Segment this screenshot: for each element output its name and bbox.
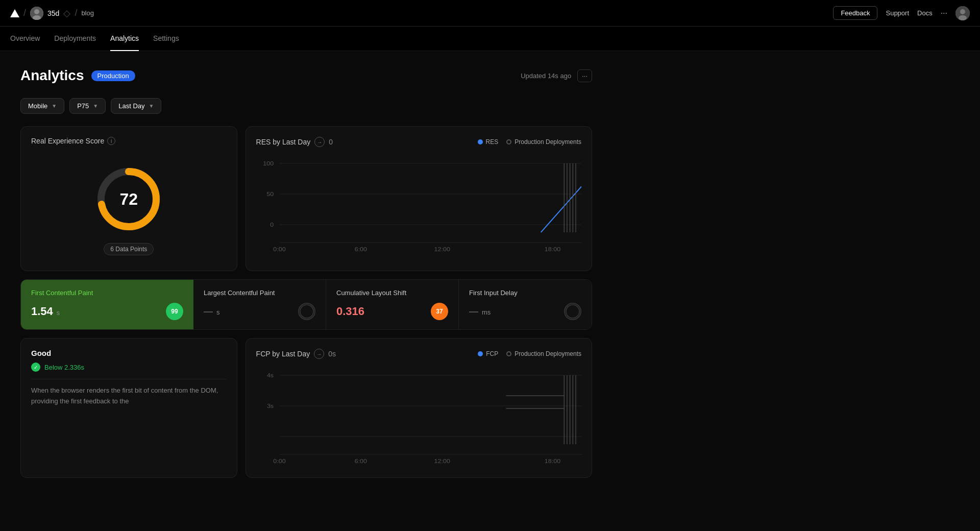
divider: [31, 379, 227, 379]
project-avatar: [30, 7, 43, 20]
svg-point-1: [34, 9, 39, 14]
good-threshold: Below 2.336s: [44, 364, 84, 371]
project-name[interactable]: 35d: [47, 9, 59, 17]
feedback-button[interactable]: Feedback: [833, 6, 877, 20]
fid-value-row: — ms: [469, 303, 581, 320]
fcp-chart-title-row: FCP by Last Day → 0s: [256, 349, 336, 359]
res-score-card: Real Experience Score i 72 6 Data Points: [20, 126, 237, 271]
fcp-name: First Contentful Paint: [31, 289, 183, 297]
svg-text:12:00: 12:00: [434, 246, 450, 252]
separator-1: /: [23, 8, 26, 18]
svg-text:0:00: 0:00: [273, 246, 286, 252]
res-chart-header: RES by Last Day → 0 RES Production Deplo…: [256, 137, 581, 147]
page-title: Analytics: [20, 67, 84, 84]
fid-name: First Input Delay: [469, 289, 581, 297]
svg-text:18:00: 18:00: [544, 458, 560, 464]
cls-value: 0.316: [336, 305, 364, 318]
project-branch[interactable]: blog: [81, 9, 94, 17]
metric-cls[interactable]: Cumulative Layout Shift 0.316 37: [326, 280, 459, 329]
more-button[interactable]: ···: [941, 9, 947, 18]
donut-chart: 72: [93, 163, 164, 235]
metric-lcp[interactable]: Largest Contentful Paint — s: [193, 280, 326, 329]
chevron-down-icon: ▼: [93, 103, 98, 109]
fcp-chart-card: FCP by Last Day → 0s FCP Production Depl…: [246, 338, 592, 478]
support-link[interactable]: Support: [886, 9, 909, 17]
legend-prod-deployments: Production Deployments: [506, 138, 581, 146]
fcp-chart-legend: FCP Production Deployments: [478, 350, 581, 357]
fcp-value-row: 1.54 s 99: [31, 303, 183, 320]
topbar-right: Feedback Support Docs ···: [833, 6, 970, 20]
svg-point-25: [300, 305, 313, 318]
res-chart-value: 0: [329, 138, 333, 146]
res-score-value: 72: [120, 190, 138, 209]
options-button[interactable]: ···: [577, 69, 592, 82]
bottom-section: Good ✓ Below 2.336s When the browser ren…: [20, 338, 592, 478]
subnav: Overview Deployments Analytics Settings: [0, 27, 980, 51]
separator-3: /: [75, 8, 77, 18]
svg-text:6:00: 6:00: [354, 246, 367, 252]
page-header: Analytics Production Updated 14s ago ···: [20, 67, 592, 84]
fcp-value: 1.54 s: [31, 305, 60, 318]
docs-link[interactable]: Docs: [917, 9, 933, 17]
metric-filter[interactable]: P75 ▼: [69, 98, 106, 114]
fcp-navigate-icon[interactable]: →: [314, 349, 324, 359]
deployments-legend-dot: [506, 139, 511, 144]
svg-point-4: [960, 9, 965, 14]
cls-value-row: 0.316 37: [336, 303, 448, 320]
separator-2: ◇: [63, 8, 70, 19]
res-chart-svg-container: 100 50 0 0:00 6:00 12:00 18:00: [256, 153, 581, 255]
nav-analytics[interactable]: Analytics: [110, 27, 139, 51]
lcp-name: Largest Contentful Paint: [204, 289, 315, 297]
fcp-legend-dot: [478, 351, 483, 356]
metric-fid[interactable]: First Input Delay — ms: [459, 280, 592, 329]
metric-fcp[interactable]: First Contentful Paint 1.54 s 99: [21, 280, 193, 329]
lcp-value-row: — s: [204, 303, 315, 320]
good-description: When the browser renders the first bit o…: [31, 385, 227, 407]
legend-res: RES: [478, 138, 499, 146]
svg-text:0: 0: [270, 222, 274, 228]
page-title-row: Analytics Production: [20, 67, 135, 84]
svg-text:0:00: 0:00: [273, 458, 286, 464]
svg-text:6:00: 6:00: [354, 458, 367, 464]
good-check-row: ✓ Below 2.336s: [31, 363, 227, 372]
res-card-title: Real Experience Score i: [31, 137, 227, 145]
navigate-icon[interactable]: →: [314, 137, 325, 147]
nav-deployments[interactable]: Deployments: [54, 27, 96, 51]
svg-point-5: [959, 15, 967, 20]
topbar-left: / 35d ◇ / blog: [10, 7, 828, 20]
cls-name: Cumulative Layout Shift: [336, 289, 448, 297]
device-filter[interactable]: Mobile ▼: [20, 98, 64, 114]
fid-score-badge: [564, 303, 581, 320]
fcp-chart-header: FCP by Last Day → 0s FCP Production Depl…: [256, 349, 581, 359]
nav-overview[interactable]: Overview: [10, 27, 40, 51]
user-avatar[interactable]: [955, 6, 970, 20]
svg-text:50: 50: [266, 191, 274, 197]
production-badge[interactable]: Production: [91, 70, 135, 81]
fid-value: — ms: [469, 306, 491, 317]
good-card: Good ✓ Below 2.336s When the browser ren…: [20, 338, 237, 478]
fcp-chart-value: 0s: [328, 350, 336, 358]
chevron-down-icon: ▼: [52, 103, 57, 109]
topbar: / 35d ◇ / blog Feedback Support Docs ···: [0, 0, 980, 27]
svg-text:12:00: 12:00: [434, 458, 450, 464]
res-legend-dot: [478, 139, 483, 144]
fcp-chart-svg-container: 4s 3s 0:00 6:00 12:00 18:00: [256, 365, 581, 467]
updated-time: Updated 14s ago: [521, 72, 571, 80]
check-icon: ✓: [31, 363, 40, 372]
legend-fcp-prod-deployments: Production Deployments: [506, 350, 581, 357]
header-right: Updated 14s ago ···: [521, 69, 592, 82]
nav-settings[interactable]: Settings: [153, 27, 179, 51]
period-filter[interactable]: Last Day ▼: [111, 98, 161, 114]
donut-container: 72 6 Data Points: [31, 153, 227, 260]
res-chart-legend: RES Production Deployments: [478, 138, 581, 146]
lcp-score-badge: [298, 303, 315, 320]
info-icon[interactable]: i: [107, 137, 115, 145]
res-chart-card: RES by Last Day → 0 RES Production Deplo…: [246, 126, 592, 271]
svg-text:100: 100: [263, 160, 274, 166]
logo-icon[interactable]: [10, 9, 19, 17]
metrics-row: First Contentful Paint 1.54 s 99 Largest…: [20, 279, 592, 330]
lcp-value: — s: [204, 306, 219, 317]
fcp-deployments-legend-dot: [506, 351, 511, 356]
main-content: Analytics Production Updated 14s ago ···…: [0, 51, 612, 494]
svg-text:18:00: 18:00: [544, 246, 560, 252]
